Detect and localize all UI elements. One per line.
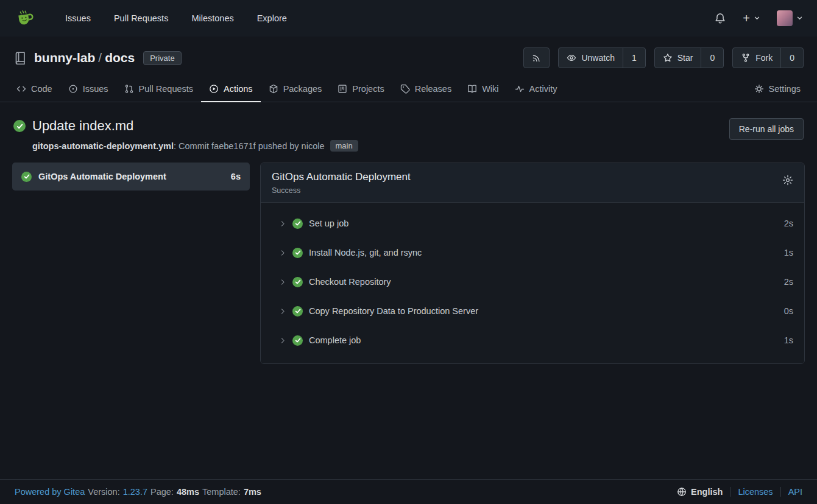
nav-item-milestones[interactable]: Milestones	[180, 13, 245, 23]
book-icon	[467, 84, 477, 94]
play-circle-icon	[209, 84, 219, 94]
tab-releases[interactable]: Releases	[392, 77, 459, 102]
settings-icon	[754, 84, 764, 94]
user-menu[interactable]	[777, 10, 802, 26]
tab-issues[interactable]: Issues	[60, 77, 116, 102]
tab-label: Packages	[283, 84, 322, 94]
step-duration: 1s	[784, 335, 793, 345]
branch-badge[interactable]: main	[330, 140, 358, 152]
repo-action-buttons: Unwatch 1 Star 0	[523, 47, 804, 68]
chevron-right-icon[interactable]	[279, 220, 287, 228]
step-success-check-icon	[292, 219, 303, 229]
watchers-count[interactable]: 1	[623, 48, 645, 68]
star-label: Star	[677, 53, 693, 63]
step-row: Checkout Repository 2s	[261, 267, 804, 296]
navbar-right: +	[715, 10, 802, 26]
star-button[interactable]: Star	[655, 48, 701, 68]
footer-right: English Licenses API	[677, 487, 802, 497]
private-badge: Private	[143, 51, 181, 65]
chevron-right-icon[interactable]	[279, 307, 287, 315]
actions-run-view: Update index.md gitops-automatic-deploym…	[0, 102, 817, 479]
tab-packages[interactable]: Packages	[261, 77, 330, 102]
job-name: GitOps Automatic Deployment	[38, 172, 166, 181]
gear-icon	[782, 175, 793, 186]
step-name[interactable]: Checkout Repository	[309, 277, 391, 287]
language-selector[interactable]: English	[677, 487, 730, 497]
tabs-spacer	[565, 77, 746, 102]
tab-label: Settings	[769, 84, 801, 94]
powered-by-gitea-link[interactable]: Powered by Gitea	[15, 487, 85, 497]
chevron-right-icon[interactable]	[279, 337, 287, 345]
job-options-button[interactable]	[782, 171, 793, 186]
step-row: Copy Repository Data to Production Serve…	[261, 296, 804, 326]
chevron-right-icon[interactable]	[279, 249, 287, 257]
tab-actions[interactable]: Actions	[201, 77, 261, 102]
chevron-right-icon[interactable]	[279, 278, 287, 286]
avatar	[777, 10, 793, 26]
version-label: Version:	[88, 487, 119, 497]
job-list-item[interactable]: GitOps Automatic Deployment 6s	[12, 163, 250, 191]
unwatch-button[interactable]: Unwatch	[559, 48, 622, 68]
nav-item-issues[interactable]: Issues	[54, 13, 102, 23]
tab-label: Actions	[224, 84, 253, 94]
tab-label: Wiki	[482, 84, 498, 94]
bell-icon	[715, 13, 726, 24]
fork-button[interactable]: Fork	[733, 48, 780, 68]
run-body: GitOps Automatic Deployment 6s GitOps Au…	[12, 163, 805, 364]
step-name[interactable]: Complete job	[309, 335, 361, 345]
step-success-check-icon	[292, 335, 303, 346]
eye-icon	[567, 53, 576, 63]
chevron-down-icon	[754, 16, 760, 20]
commit-text: : Commit faebe1671f pushed by nicole	[174, 141, 324, 151]
nav-item-pull-requests[interactable]: Pull Requests	[102, 13, 180, 23]
tab-label: Releases	[415, 84, 451, 94]
tab-wiki[interactable]: Wiki	[459, 77, 506, 102]
version-link[interactable]: 1.23.7	[123, 487, 147, 497]
repo-owner-link[interactable]: bunny-lab	[34, 51, 95, 65]
tag-icon	[400, 84, 410, 94]
licenses-link[interactable]: Licenses	[730, 487, 780, 497]
api-link[interactable]: API	[781, 487, 802, 497]
tab-activity[interactable]: Activity	[507, 77, 565, 102]
tab-label: Code	[31, 84, 52, 94]
tab-code[interactable]: Code	[9, 77, 60, 102]
tab-pull-requests[interactable]: Pull Requests	[116, 77, 201, 102]
watch-button-group: Unwatch 1	[558, 47, 645, 68]
nav-item-explore[interactable]: Explore	[246, 13, 299, 23]
workflow-file-link[interactable]: gitops-automatic-deployment.yml	[32, 141, 174, 151]
step-duration: 0s	[784, 306, 793, 316]
fork-button-group: Fork 0	[732, 47, 804, 68]
job-list: GitOps Automatic Deployment 6s	[12, 163, 250, 191]
job-duration: 6s	[231, 172, 241, 181]
stars-count[interactable]: 0	[701, 48, 723, 68]
chevron-down-icon	[797, 16, 802, 20]
tab-settings[interactable]: Settings	[746, 77, 808, 102]
step-name[interactable]: Copy Repository Data to Production Serve…	[309, 306, 478, 316]
template-time: 7ms	[244, 487, 261, 497]
gitea-app: Issues Pull Requests Milestones Explore …	[0, 0, 817, 504]
step-name[interactable]: Install Node.js, git, and rsync	[309, 248, 422, 257]
globe-icon	[677, 487, 687, 497]
repo-title: bunny-lab/docs	[34, 51, 135, 65]
repo-tabs: Code Issues Pull Requests Actions	[0, 77, 817, 102]
page-time: 48ms	[177, 487, 199, 497]
gitea-logo[interactable]	[15, 8, 35, 29]
repo-path-separator: /	[95, 51, 105, 65]
fork-label: Fork	[755, 53, 773, 63]
step-name[interactable]: Set up job	[309, 219, 348, 228]
template-label: Template:	[202, 487, 241, 497]
rss-icon	[532, 54, 541, 63]
run-subtitle: gitops-automatic-deployment.yml: Commit …	[32, 140, 358, 152]
rerun-all-jobs-button[interactable]: Re-run all jobs	[729, 118, 804, 140]
forks-count[interactable]: 0	[780, 48, 803, 68]
tab-projects[interactable]: Projects	[330, 77, 392, 102]
notifications-button[interactable]	[715, 13, 726, 24]
language-label: English	[691, 487, 723, 497]
tab-label: Projects	[352, 84, 384, 94]
rss-button[interactable]	[524, 48, 549, 68]
repo-title-row: bunny-lab/docs Private	[0, 47, 817, 68]
job-panel-title: GitOps Automatic Deployment	[272, 171, 411, 183]
repo-name-link[interactable]: docs	[105, 51, 135, 65]
job-status: Success	[272, 186, 411, 195]
create-new-menu[interactable]: +	[743, 12, 760, 24]
